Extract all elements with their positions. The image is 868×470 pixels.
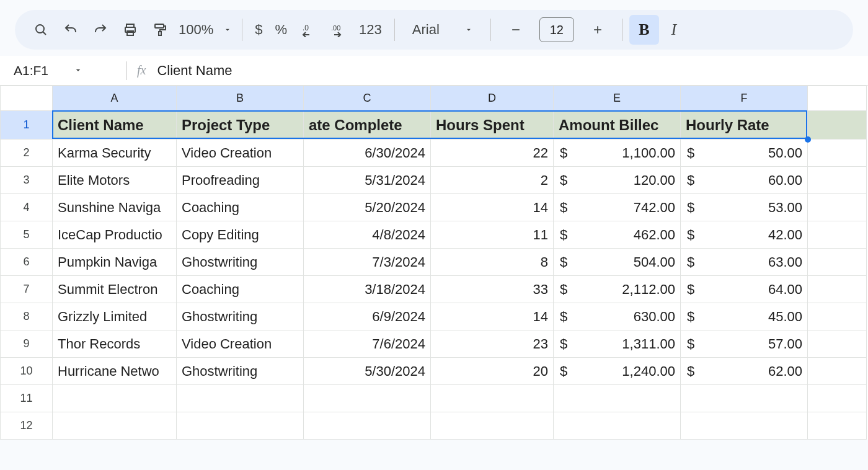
format-currency-button[interactable]: $ — [249, 15, 268, 45]
cell[interactable]: $62.00 — [681, 358, 808, 385]
cell[interactable]: 6/9/2024 — [304, 303, 431, 330]
row-header[interactable]: 8 — [1, 303, 53, 330]
more-formats-button[interactable]: 123 — [353, 15, 388, 45]
increase-decimal-icon[interactable]: .00 — [323, 15, 353, 45]
cell-empty[interactable] — [808, 412, 867, 440]
cell[interactable]: 5/31/2024 — [304, 167, 431, 194]
search-icon[interactable] — [26, 15, 56, 45]
zoom-dropdown[interactable]: 100% — [175, 22, 236, 38]
cell[interactable]: 11 — [431, 221, 554, 249]
cell[interactable]: 5/20/2024 — [304, 194, 431, 221]
selection-handle[interactable] — [805, 136, 811, 143]
cell[interactable]: 3/18/2024 — [304, 276, 431, 303]
cell[interactable]: Copy Editing — [177, 221, 304, 249]
cell-empty[interactable] — [681, 385, 808, 412]
column-header-empty[interactable] — [808, 86, 867, 111]
cell-empty[interactable] — [808, 140, 867, 167]
font-size-input[interactable]: 12 — [539, 17, 574, 42]
cell[interactable]: $120.00 — [554, 167, 681, 194]
cell[interactable]: Video Creation — [177, 330, 304, 358]
font-family-dropdown[interactable]: Arial — [401, 22, 484, 38]
formula-value[interactable]: Client Name — [157, 63, 232, 79]
undo-icon[interactable] — [56, 15, 86, 45]
cell[interactable]: 22 — [431, 140, 554, 167]
cell[interactable]: $742.00 — [554, 194, 681, 221]
cell-empty[interactable] — [554, 412, 681, 440]
header-cell[interactable]: Hours Spent — [431, 111, 554, 140]
italic-button[interactable]: I — [659, 15, 689, 45]
cell[interactable]: $50.00 — [681, 140, 808, 167]
cell-empty[interactable] — [808, 358, 867, 385]
select-all-corner[interactable] — [1, 86, 53, 111]
row-header[interactable]: 6 — [1, 249, 53, 276]
cell[interactable]: Ghostwriting — [177, 358, 304, 385]
cell[interactable]: 20 — [431, 358, 554, 385]
row-header[interactable]: 11 — [1, 385, 53, 412]
cell[interactable]: Proofreading — [177, 167, 304, 194]
cell[interactable]: Coaching — [177, 194, 304, 221]
row-header[interactable]: 7 — [1, 276, 53, 303]
cell[interactable]: 33 — [431, 276, 554, 303]
cell-empty[interactable] — [304, 385, 431, 412]
cell-empty[interactable] — [304, 412, 431, 440]
cell[interactable]: Summit Electron — [53, 276, 177, 303]
cell-empty[interactable] — [177, 412, 304, 440]
redo-icon[interactable] — [86, 15, 115, 45]
format-percent-button[interactable]: % — [269, 15, 294, 45]
print-icon[interactable] — [115, 15, 145, 45]
cell-empty[interactable] — [431, 385, 554, 412]
cell-empty[interactable] — [177, 385, 304, 412]
cell-empty[interactable] — [554, 385, 681, 412]
header-cell[interactable]: Project Type — [177, 111, 304, 140]
column-header-D[interactable]: D — [431, 86, 554, 111]
cell[interactable]: Ghostwriting — [177, 303, 304, 330]
cell-empty[interactable] — [808, 194, 867, 221]
cell[interactable]: Pumpkin Naviga — [53, 249, 177, 276]
row-header-1[interactable]: 1 — [1, 111, 53, 140]
cell-empty[interactable] — [808, 249, 867, 276]
cell[interactable]: 23 — [431, 330, 554, 358]
cell[interactable]: Grizzly Limited — [53, 303, 177, 330]
row-header[interactable]: 12 — [1, 412, 53, 440]
cell[interactable]: $1,240.00 — [554, 358, 681, 385]
header-cell[interactable]: ate Complete — [304, 111, 431, 140]
cell[interactable]: 5/30/2024 — [304, 358, 431, 385]
cell[interactable]: Elite Motors — [53, 167, 177, 194]
cell[interactable]: $462.00 — [554, 221, 681, 249]
cell[interactable]: $45.00 — [681, 303, 808, 330]
cell[interactable]: Ghostwriting — [177, 249, 304, 276]
cell-empty[interactable] — [808, 303, 867, 330]
column-header-C[interactable]: C — [304, 86, 431, 111]
cell[interactable]: Hurricane Netwo — [53, 358, 177, 385]
cell[interactable]: 7/6/2024 — [304, 330, 431, 358]
cell[interactable]: Coaching — [177, 276, 304, 303]
cell-empty[interactable] — [808, 221, 867, 249]
cell[interactable]: $57.00 — [681, 330, 808, 358]
cell[interactable]: $53.00 — [681, 194, 808, 221]
decrease-decimal-icon[interactable]: .0 — [293, 15, 323, 45]
header-cell[interactable]: Amount Billec — [554, 111, 681, 140]
row-header[interactable]: 2 — [1, 140, 53, 167]
paint-format-icon[interactable] — [145, 15, 175, 45]
cell-empty[interactable] — [53, 385, 177, 412]
cell[interactable]: 14 — [431, 194, 554, 221]
cell[interactable]: $42.00 — [681, 221, 808, 249]
cell[interactable]: $504.00 — [554, 249, 681, 276]
header-cell[interactable]: Hourly Rate — [681, 111, 808, 140]
cell-empty[interactable] — [681, 412, 808, 440]
cell[interactable]: Thor Records — [53, 330, 177, 358]
cell[interactable]: 4/8/2024 — [304, 221, 431, 249]
cell[interactable]: 8 — [431, 249, 554, 276]
cell[interactable]: 6/30/2024 — [304, 140, 431, 167]
header-cell[interactable]: Client Name — [53, 111, 177, 140]
cell[interactable]: 14 — [431, 303, 554, 330]
row-header[interactable]: 5 — [1, 221, 53, 249]
cell-empty[interactable] — [431, 412, 554, 440]
column-header-B[interactable]: B — [177, 86, 304, 111]
row-header[interactable]: 3 — [1, 167, 53, 194]
cell[interactable]: IceCap Productio — [53, 221, 177, 249]
cell[interactable]: Video Creation — [177, 140, 304, 167]
row-header[interactable]: 10 — [1, 358, 53, 385]
cell-empty[interactable] — [808, 385, 867, 412]
row-header[interactable]: 9 — [1, 330, 53, 358]
